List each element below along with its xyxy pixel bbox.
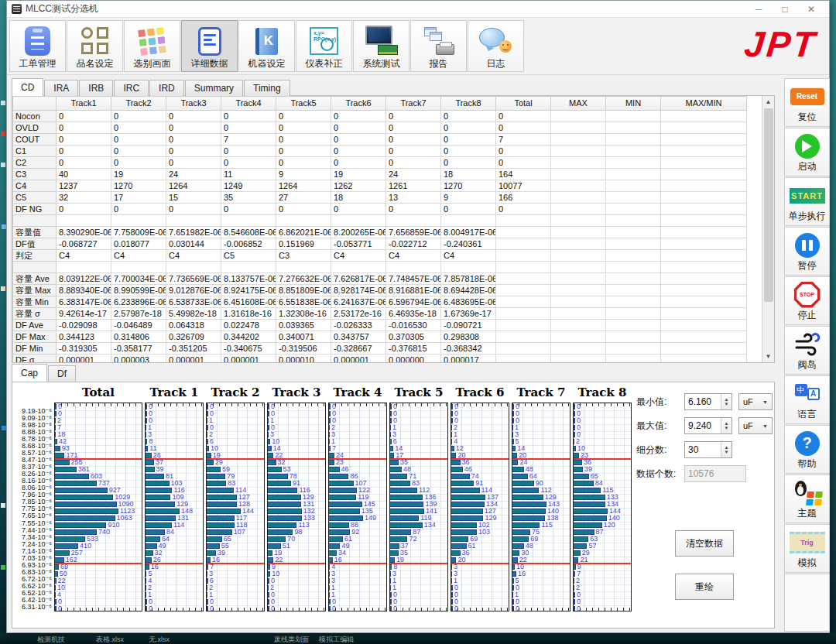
- histogram-bar: [55, 502, 117, 507]
- redraw-button[interactable]: 重绘: [675, 574, 734, 600]
- table-cell: [661, 320, 747, 331]
- table-cell: 0: [111, 204, 166, 215]
- histogram-bar: [451, 599, 453, 605]
- tab-ird[interactable]: IRD: [149, 80, 184, 96]
- spinner-arrows-icon[interactable]: ▲▼: [721, 394, 732, 409]
- table-cell: [551, 331, 606, 343]
- theme-button[interactable]: 主题: [784, 474, 830, 523]
- histogram-bar: [329, 495, 356, 500]
- tab-timing[interactable]: Timing: [244, 80, 290, 96]
- toolbar-button-work-order[interactable]: 工单管理: [9, 20, 66, 72]
- help-button[interactable]: ? 帮助: [784, 425, 830, 474]
- min-value-input[interactable]: 6.160▲▼: [684, 393, 732, 410]
- row-header: [13, 215, 57, 227]
- histogram-bar: [207, 474, 225, 479]
- table-cell: [661, 343, 747, 355]
- report-printer-icon: [423, 24, 455, 58]
- table-cell: -0.006852: [221, 238, 276, 250]
- valve-island-button[interactable]: 阀岛: [784, 326, 830, 375]
- table-cell: [496, 250, 551, 262]
- language-button[interactable]: 中A 语言: [784, 375, 830, 424]
- clear-data-button[interactable]: 清空数据: [675, 530, 734, 557]
- table-cell: -0.016530: [386, 320, 441, 331]
- toolbar-button-system-test[interactable]: 系统测试: [353, 20, 409, 72]
- table-cell: 0: [276, 134, 331, 146]
- minimize-button[interactable]: ─: [745, 4, 772, 15]
- histogram-bar: [207, 564, 208, 570]
- histogram-bar: [390, 606, 392, 611]
- chart-title: Track 5: [389, 385, 448, 402]
- bar-value-label: 46: [341, 466, 349, 473]
- close-button[interactable]: ✕: [798, 4, 824, 15]
- histogram-track-6: 0002141220364674911141371341271291021036…: [451, 402, 509, 611]
- toolbar-button-report[interactable]: 报告: [410, 20, 467, 72]
- single-step-button[interactable]: START 单步执行: [784, 177, 830, 226]
- spinner-arrows-icon[interactable]: ▲▼: [721, 418, 732, 433]
- table-cell: 7.626817E-06: [331, 273, 386, 285]
- table-cell: [661, 308, 747, 320]
- max-value-input[interactable]: 9.240▲▼: [684, 417, 732, 434]
- chart-tab-bar: CapDf: [12, 364, 77, 382]
- toolbar-button-meter-calibration[interactable]: x,y=RPC(x,y) 仪表补正: [296, 20, 352, 72]
- table-cell: 0.030144: [166, 238, 221, 250]
- histogram-bar: [574, 460, 582, 465]
- histogram-bar: [268, 585, 269, 591]
- tab-summary[interactable]: Summary: [185, 80, 243, 96]
- table-cell: 0.018077: [111, 238, 166, 250]
- histogram-bar: [146, 418, 147, 423]
- simulate-button[interactable]: Trig 模拟: [784, 524, 830, 573]
- histogram-bar: [146, 536, 160, 542]
- histogram-bar: [146, 481, 170, 486]
- table-scrollbar[interactable]: ▲ ▼: [762, 96, 774, 362]
- subtab-cap[interactable]: Cap: [12, 364, 47, 382]
- limit-line-lower: [207, 563, 264, 564]
- histogram-bar: [451, 481, 474, 486]
- table-cell: [111, 262, 166, 273]
- tab-irb[interactable]: IRB: [79, 80, 113, 96]
- table-cell: [496, 273, 551, 285]
- tab-ira[interactable]: IRA: [44, 80, 78, 96]
- table-cell: [496, 320, 551, 331]
- scroll-up-arrow[interactable]: ▲: [762, 96, 774, 108]
- tab-cd[interactable]: CD: [12, 78, 43, 96]
- table-cell: 0.000003: [111, 355, 166, 364]
- scrollbar-thumb[interactable]: [764, 108, 773, 302]
- system-test-icon: [365, 24, 398, 58]
- histogram-bar: [55, 516, 115, 521]
- desktop-label: 无.xlsx: [149, 635, 170, 644]
- pause-button[interactable]: 暂停: [784, 227, 830, 276]
- histogram-bar: [207, 404, 208, 409]
- tab-irc[interactable]: IRC: [114, 80, 149, 96]
- table-cell: 7.758009E-06: [111, 227, 166, 238]
- stop-button[interactable]: STOP 停止: [784, 276, 830, 325]
- histogram-bar: [207, 502, 237, 507]
- toolbar-button-machine-settings[interactable]: K 机器设定: [238, 20, 295, 72]
- toolbar-button-log[interactable]: 日志: [468, 20, 524, 72]
- table-cell: 1262: [331, 180, 386, 192]
- bins-input[interactable]: 30▲▼: [684, 441, 732, 458]
- table-cell: [551, 273, 606, 285]
- histogram-bar: [390, 529, 411, 535]
- table-cell: 0: [496, 204, 551, 215]
- table-cell: [276, 215, 331, 227]
- start-run-button[interactable]: 启动: [784, 128, 830, 176]
- toolbar-button-sorting-screen[interactable]: 选别画面: [124, 20, 180, 72]
- reset-button[interactable]: Reset 复位: [784, 78, 830, 127]
- scroll-down-arrow[interactable]: ▼: [762, 351, 774, 362]
- maximize-button[interactable]: □: [772, 4, 798, 15]
- histogram-bar: [55, 411, 57, 416]
- max-unit-dropdown[interactable]: uF▼: [738, 417, 773, 434]
- column-header: [13, 97, 57, 111]
- table-cell: [661, 262, 747, 273]
- table-cell: 0: [441, 111, 496, 122]
- table-cell: [221, 262, 276, 273]
- table-cell: 0.000001: [331, 355, 386, 364]
- table-cell: 15: [166, 192, 221, 204]
- toolbar-button-detail-data[interactable]: 详细数据: [181, 20, 238, 72]
- subtab-df[interactable]: Df: [48, 365, 76, 382]
- histogram-bar: [207, 606, 208, 611]
- spinner-arrows-icon[interactable]: ▲▼: [721, 442, 732, 457]
- min-unit-dropdown[interactable]: uF▼: [738, 393, 773, 410]
- row-header: 容量 Max: [13, 285, 57, 296]
- toolbar-button-product-name[interactable]: 品名设定: [67, 20, 123, 72]
